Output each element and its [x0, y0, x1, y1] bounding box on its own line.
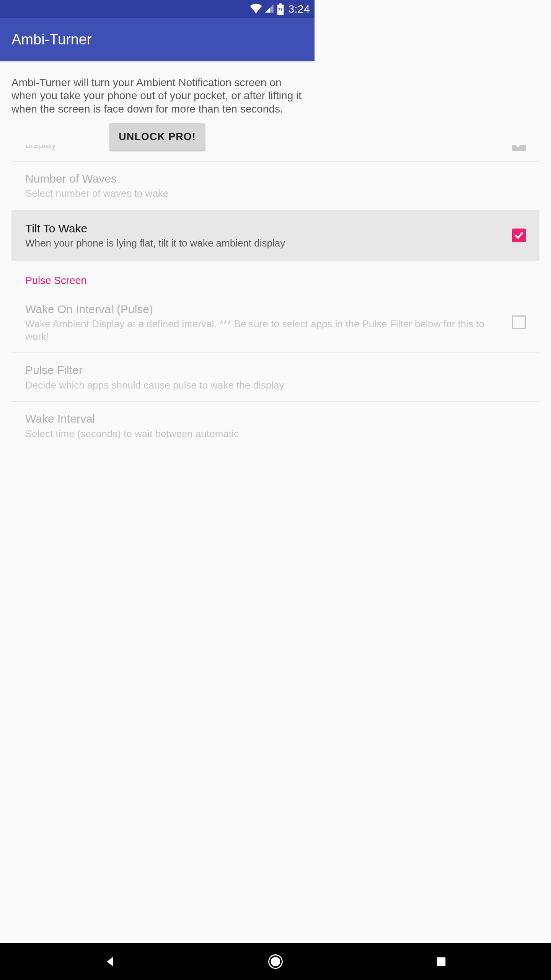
app-title: Ambi-Turner [11, 31, 92, 48]
wifi-icon [250, 3, 262, 15]
setting-title: Number of Waves [25, 172, 315, 186]
settings-row-wake-on-interval-pulse[interactable]: Wake On Interval (Pulse) Wake Ambient Di… [11, 292, 315, 353]
settings-row-partial: display [11, 145, 315, 162]
app-bar: Ambi-Turner [0, 18, 315, 61]
setting-title: Wake On Interval (Pulse) [25, 302, 315, 317]
setting-title: Wake Interval [25, 412, 315, 426]
status-clock: 3:24 [289, 3, 310, 15]
setting-sub: Wake Ambient Display at a defined interv… [25, 318, 315, 343]
settings-row-number-of-waves[interactable]: Number of Waves Select number of waves t… [11, 162, 315, 210]
setting-sub: Select time (seconds) to wait between au… [25, 428, 315, 440]
settings-list: display Number of Waves Select number of… [11, 145, 315, 450]
cell-signal-icon [264, 3, 275, 15]
intro-text: Ambi-Turner will turn your Ambient Notif… [0, 61, 315, 116]
battery-icon: 77 [277, 3, 284, 15]
setting-sub: Select number of waves to wake [25, 187, 315, 200]
settings-row-wake-interval[interactable]: Wake Interval Select time (seconds) to w… [11, 402, 315, 450]
status-bar: 77 3:24 [0, 0, 315, 18]
setting-sub: Decide which apps should cause pulse to … [25, 379, 315, 392]
setting-sub: When your phone is lying flat, tilt it t… [25, 237, 315, 250]
settings-row-pulse-filter[interactable]: Pulse Filter Decide which apps should ca… [11, 353, 315, 402]
section-header-pulse-screen: Pulse Screen [11, 261, 315, 292]
setting-title: Pulse Filter [25, 363, 315, 377]
setting-title: Tilt To Wake [25, 221, 315, 236]
setting-sub: display [25, 145, 315, 151]
battery-level: 77 [278, 7, 282, 12]
settings-scroll-area[interactable]: display Number of Waves Select number of… [11, 145, 315, 559]
settings-row-tilt-to-wake[interactable]: Tilt To Wake When your phone is lying fl… [11, 210, 315, 261]
